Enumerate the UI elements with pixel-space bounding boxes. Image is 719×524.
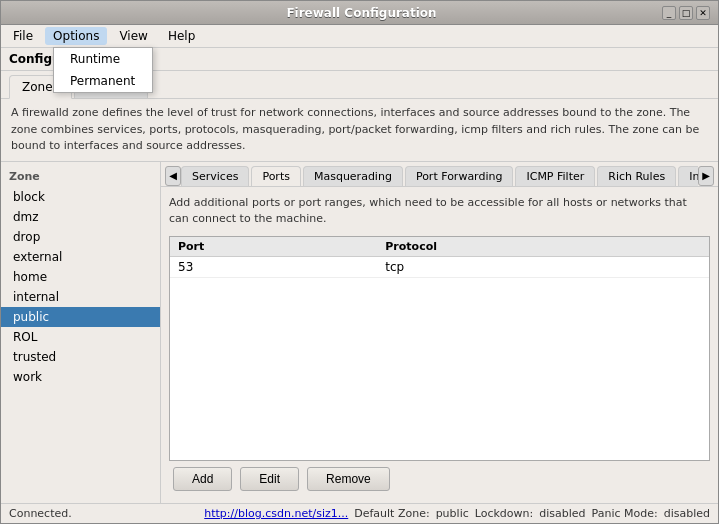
menu-file[interactable]: File — [5, 27, 41, 45]
right-panel: ◀ Services Ports Masquerading Port Forwa… — [161, 162, 718, 504]
subtab-interfaces[interactable]: Interfaces — [678, 166, 698, 186]
zone-trusted[interactable]: trusted — [1, 347, 160, 367]
left-panel: Zones Servic... A firewalld zone defines… — [1, 71, 718, 503]
dropdown-permanent[interactable]: Permanent — [54, 70, 152, 92]
ports-table: Port Protocol 53 tcp — [170, 237, 709, 278]
menu-options[interactable]: Options — [45, 27, 107, 45]
zone-block[interactable]: block — [1, 187, 160, 207]
remove-button[interactable]: Remove — [307, 467, 390, 491]
col-protocol: Protocol — [377, 237, 709, 257]
default-zone-label: Default Zone: — [354, 507, 429, 520]
zone-list: Zone block dmz drop external home intern… — [1, 162, 161, 504]
ports-table-container: Port Protocol 53 tcp — [169, 236, 710, 462]
dropdown-runtime[interactable]: Runtime — [54, 48, 152, 70]
cell-port: 53 — [170, 256, 377, 277]
statusbar: Connected. http://blog.csdn.net/siz1... … — [1, 503, 718, 523]
status-right: http://blog.csdn.net/siz1... Default Zon… — [204, 507, 710, 520]
status-link[interactable]: http://blog.csdn.net/siz1... — [204, 507, 348, 520]
status-connected: Connected. — [9, 507, 72, 520]
minimize-button[interactable]: _ — [662, 6, 676, 20]
subtab-masquerading[interactable]: Masquerading — [303, 166, 403, 186]
subtab-icmp-filter[interactable]: ICMP Filter — [515, 166, 595, 186]
options-dropdown: Runtime Permanent — [53, 47, 153, 93]
zone-home[interactable]: home — [1, 267, 160, 287]
add-button[interactable]: Add — [173, 467, 232, 491]
subtab-rich-rules[interactable]: Rich Rules — [597, 166, 676, 186]
panic-value: disabled — [664, 507, 710, 520]
titlebar: Firewall Configuration _ □ ✕ — [1, 1, 718, 25]
cell-protocol: tcp — [377, 256, 709, 277]
zone-work[interactable]: work — [1, 367, 160, 387]
maximize-button[interactable]: □ — [679, 6, 693, 20]
split-panel: Zone block dmz drop external home intern… — [1, 162, 718, 504]
subtab-ports[interactable]: Ports — [251, 166, 301, 186]
subtabs: Services Ports Masquerading Port Forward… — [181, 166, 698, 186]
zone-dmz[interactable]: dmz — [1, 207, 160, 227]
menu-view[interactable]: View — [111, 27, 155, 45]
zone-external[interactable]: external — [1, 247, 160, 267]
subtab-port-forwarding[interactable]: Port Forwarding — [405, 166, 514, 186]
lockdown-label: Lockdown: — [475, 507, 533, 520]
subtabs-container: ◀ Services Ports Masquerading Port Forwa… — [161, 162, 718, 187]
edit-button[interactable]: Edit — [240, 467, 299, 491]
close-button[interactable]: ✕ — [696, 6, 710, 20]
subtab-services[interactable]: Services — [181, 166, 249, 186]
main-window: Firewall Configuration _ □ ✕ File Option… — [0, 0, 719, 524]
window-title: Firewall Configuration — [61, 6, 662, 20]
table-row[interactable]: 53 tcp — [170, 256, 709, 277]
zone-drop[interactable]: drop — [1, 227, 160, 247]
zone-section-header: Zone — [1, 166, 160, 187]
scroll-left-button[interactable]: ◀ — [165, 166, 181, 186]
lockdown-value: disabled — [539, 507, 585, 520]
panic-label: Panic Mode: — [592, 507, 658, 520]
col-port: Port — [170, 237, 377, 257]
scroll-right-button[interactable]: ▶ — [698, 166, 714, 186]
right-content: Add additional ports or port ranges, whi… — [161, 187, 718, 504]
ports-description: Add additional ports or port ranges, whi… — [169, 195, 710, 228]
zone-description: A firewalld zone defines the level of tr… — [1, 99, 718, 162]
zone-rol[interactable]: ROL — [1, 327, 160, 347]
window-controls: _ □ ✕ — [662, 6, 710, 20]
menubar: File Options View Help Runtime Permanent — [1, 25, 718, 48]
menu-help[interactable]: Help — [160, 27, 203, 45]
zone-internal[interactable]: internal — [1, 287, 160, 307]
action-buttons: Add Edit Remove — [169, 461, 710, 495]
default-zone-value: public — [436, 507, 469, 520]
zone-public[interactable]: public — [1, 307, 160, 327]
